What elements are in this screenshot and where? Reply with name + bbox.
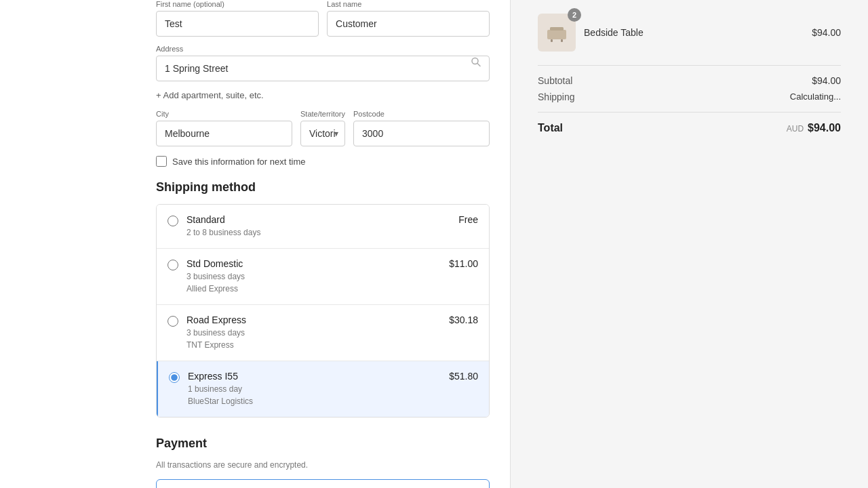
shipping-details-express-i55: 1 business dayBlueStar Logistics — [188, 383, 438, 407]
svg-rect-5 — [551, 39, 553, 42]
shipping-details-standard: 2 to 8 business days — [186, 226, 448, 239]
subtotal-row: Subtotal $94.00 — [538, 75, 841, 86]
shipping-price-standard: Free — [458, 214, 478, 225]
shipping-option-road-express[interactable]: Road Express 3 business daysTNT Express … — [157, 305, 489, 361]
shipping-radio-express-i55[interactable] — [169, 372, 180, 383]
first-name-input[interactable] — [156, 11, 319, 37]
item-image-wrap: 2 — [538, 14, 576, 52]
save-info-row: Save this information for next time — [156, 156, 490, 167]
total-divider — [538, 112, 841, 113]
svg-rect-4 — [550, 27, 564, 30]
state-select[interactable]: Victoria New South Wales Queensland West… — [300, 121, 345, 146]
address-label: Address — [156, 45, 490, 53]
shipping-details-road-express: 3 business daysTNT Express — [186, 327, 438, 351]
shipping-option-standard[interactable]: Standard 2 to 8 business days Free — [157, 205, 489, 249]
state-field[interactable]: State/territory Victoria New South Wales… — [300, 110, 345, 146]
subtotal-value: $94.00 — [812, 75, 841, 86]
shipping-radio-std-domestic[interactable] — [167, 260, 178, 270]
last-name-label: Last name — [327, 0, 490, 8]
city-input[interactable] — [156, 121, 292, 146]
total-row: Total AUD $94.00 — [538, 122, 841, 134]
first-name-label: First name (optional) — [156, 0, 319, 8]
summary-divider — [538, 65, 841, 66]
last-name-field[interactable]: Last name — [327, 0, 490, 37]
shipping-name-std-domestic: Std Domestic — [186, 258, 438, 269]
save-info-label: Save this information for next time — [172, 157, 306, 167]
payment-section: Payment All transactions are secure and … — [156, 436, 490, 488]
last-name-input[interactable] — [327, 11, 490, 37]
postcode-field[interactable]: Postcode — [353, 110, 490, 146]
shipping-name-road-express: Road Express — [186, 314, 438, 325]
shipping-title: Shipping method — [156, 180, 490, 195]
payment-title: Payment — [156, 436, 490, 451]
add-apartment-link[interactable]: + Add apartment, suite, etc. — [156, 90, 264, 100]
total-currency: AUD — [787, 124, 804, 134]
total-label: Total — [538, 122, 563, 134]
shipping-name-standard: Standard — [186, 214, 448, 225]
svg-rect-6 — [561, 39, 563, 42]
shipping-option-std-domestic[interactable]: Std Domestic 3 business daysAllied Expre… — [157, 249, 489, 305]
shipping-section: Shipping method Standard 2 to 8 business… — [156, 180, 490, 418]
save-info-checkbox[interactable] — [156, 156, 167, 167]
address-search-icon — [471, 57, 481, 70]
shipping-options-list: Standard 2 to 8 business days Free Std D… — [156, 204, 490, 418]
shipping-label: Shipping — [538, 92, 575, 102]
subtotal-label: Subtotal — [538, 75, 572, 86]
shipping-option-express-i55[interactable]: Express I55 1 business dayBlueStar Logis… — [157, 361, 489, 417]
shipping-name-express-i55: Express I55 — [188, 371, 438, 382]
shipping-radio-road-express[interactable] — [167, 316, 178, 327]
shipping-price-std-domestic: $11.00 — [449, 258, 478, 269]
svg-rect-3 — [547, 30, 566, 39]
total-value: $94.00 — [808, 122, 841, 134]
shipping-radio-standard[interactable] — [167, 216, 178, 226]
shipping-price-express-i55: $51.80 — [449, 371, 478, 382]
order-item: 2 Bedside Table $94.00 — [538, 14, 841, 52]
order-summary-panel: 2 Bedside Table $94.00 Subtotal $94.00 S… — [510, 0, 868, 488]
item-price: $94.00 — [812, 27, 841, 38]
state-label: State/territory — [300, 110, 345, 118]
payment-subtitle: All transactions are secure and encrypte… — [156, 460, 490, 470]
address-input[interactable] — [156, 56, 490, 81]
postcode-input[interactable] — [353, 121, 490, 146]
postcode-label: Postcode — [353, 110, 490, 118]
shipping-details-std-domestic: 3 business daysAllied Express — [186, 270, 438, 295]
city-field[interactable]: City — [156, 110, 292, 146]
total-amount: AUD $94.00 — [787, 122, 841, 134]
first-name-field[interactable]: First name (optional) — [156, 0, 319, 37]
shipping-price-road-express: $30.18 — [449, 314, 478, 325]
svg-line-1 — [477, 64, 480, 66]
item-quantity-badge: 2 — [568, 8, 581, 22]
shipping-row: Shipping Calculating... — [538, 92, 841, 102]
item-name: Bedside Table — [584, 27, 804, 38]
credit-card-row[interactable]: Credit card B — [156, 479, 490, 488]
shipping-value: Calculating... — [790, 92, 841, 102]
address-field-wrap: Address — [156, 45, 490, 81]
city-label: City — [156, 110, 292, 118]
